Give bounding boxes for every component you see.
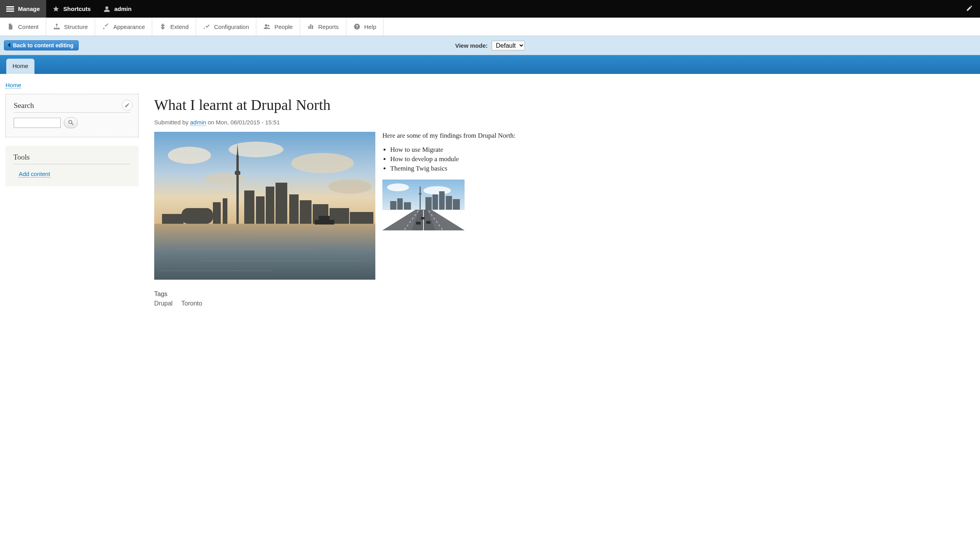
tag-item[interactable]: Drupal [154,300,173,307]
tag-item[interactable]: Toronto [181,300,202,307]
tab-home-label: Home [13,63,28,69]
breadcrumb-home[interactable]: Home [5,82,21,89]
svg-rect-56 [404,202,411,210]
block-edit-button[interactable] [122,100,133,111]
admin-menu-label: Content [18,23,39,30]
add-content-link[interactable]: Add content [19,171,50,178]
svg-point-22 [291,153,354,173]
svg-rect-54 [390,201,396,210]
svg-rect-61 [453,199,460,210]
inline-image [382,180,465,230]
search-input[interactable] [14,118,61,128]
svg-point-5 [56,24,58,26]
primary-tabs: Home [0,55,980,74]
page-title: What I learnt at Drupal North [154,96,975,113]
svg-rect-36 [300,200,312,224]
user-icon [103,5,110,13]
user-menu[interactable]: admin [97,0,138,18]
svg-rect-11 [308,26,310,29]
svg-rect-58 [432,194,438,210]
svg-text:?: ? [355,24,358,29]
svg-rect-39 [350,212,373,224]
svg-point-51 [423,186,451,195]
shortcuts-link[interactable]: Shortcuts [46,0,97,18]
admin-menu-people[interactable]: People [256,18,300,36]
svg-rect-53 [419,193,422,195]
svg-point-21 [229,142,283,157]
svg-rect-55 [397,198,403,210]
submitted-prefix: Submitted by [154,119,190,126]
admin-menu-extend[interactable]: Extend [152,18,196,36]
search-title: Search [14,101,130,113]
submitted-info: Submitted by admin on Mon, 06/01/2015 - … [154,119,975,126]
breadcrumb: Home [0,74,980,88]
reports-icon [307,23,314,30]
svg-point-50 [387,183,409,191]
list-item: How to use Migrate [390,146,975,154]
svg-rect-2 [6,11,14,12]
config-icon [203,23,210,30]
admin-menu-appearance[interactable]: Appearance [95,18,152,36]
hero-image [154,132,375,280]
article: What I learnt at Drupal North Submitted … [154,94,975,307]
admin-menu-help[interactable]: ? Help [346,18,384,36]
list-item: Theming Twig basics [390,165,975,172]
author-link[interactable]: admin [190,119,206,126]
doc-icon [7,23,14,30]
svg-rect-68 [421,217,425,219]
manage-toggle[interactable]: Manage [0,0,46,18]
pencil-toggle[interactable] [959,5,980,13]
search-block: Search [5,94,139,137]
admin-menu-label: People [274,23,293,30]
svg-rect-29 [213,202,221,224]
admin-menu-label: Structure [64,23,88,30]
shortcuts-label: Shortcuts [63,5,91,12]
svg-rect-28 [182,208,213,224]
tools-title: Tools [13,153,131,164]
svg-rect-40 [162,214,184,224]
admin-toolbar: Manage Shortcuts admin [0,0,980,18]
tags-section: Tags Drupal Toronto [154,285,975,307]
sidebar: Search Tools Add content [5,94,139,307]
admin-menu-label: Extend [170,23,189,30]
svg-rect-52 [420,187,421,209]
svg-marker-16 [8,43,10,47]
help-icon: ? [353,23,360,30]
submitted-suffix: on Mon, 06/01/2015 - 15:51 [206,119,280,126]
star-icon [52,5,59,13]
preview-bar: Back to content editing View mode: Defau… [0,36,980,55]
admin-menu-label: Configuration [214,23,249,30]
view-mode-label: View mode: [455,42,488,49]
svg-rect-34 [276,183,287,224]
search-submit[interactable] [64,117,78,128]
svg-rect-69 [416,222,421,225]
list-item: How to develop a module [390,155,975,163]
tab-home[interactable]: Home [6,59,34,74]
tags-label: Tags [154,291,975,298]
svg-rect-13 [312,25,313,29]
admin-menu-structure[interactable]: Structure [46,18,95,36]
svg-rect-30 [223,198,227,224]
svg-point-10 [268,25,270,27]
findings-list: How to use Migrate How to develop a modu… [390,146,975,172]
extend-icon [159,23,166,30]
svg-rect-59 [439,191,445,210]
svg-rect-25 [236,155,239,224]
svg-rect-12 [310,24,311,29]
hamburger-icon [6,5,14,13]
admin-menu-label: Appearance [113,23,145,30]
intro-text: Here are some of my findings from Drupal… [382,132,975,140]
back-to-editing-button[interactable]: Back to content editing [4,40,79,50]
svg-rect-32 [256,196,265,224]
view-mode-selector: View mode: Default [455,41,525,50]
article-body: Here are some of my findings from Drupal… [382,132,975,285]
svg-rect-47 [315,220,334,225]
user-name: admin [114,5,132,12]
svg-point-4 [105,6,108,9]
svg-point-9 [265,24,267,27]
admin-menu-reports[interactable]: Reports [300,18,346,36]
admin-menu-content[interactable]: Content [0,18,46,36]
view-mode-select[interactable]: Default [492,41,525,50]
search-icon [68,119,74,127]
admin-menu-configuration[interactable]: Configuration [196,18,256,36]
